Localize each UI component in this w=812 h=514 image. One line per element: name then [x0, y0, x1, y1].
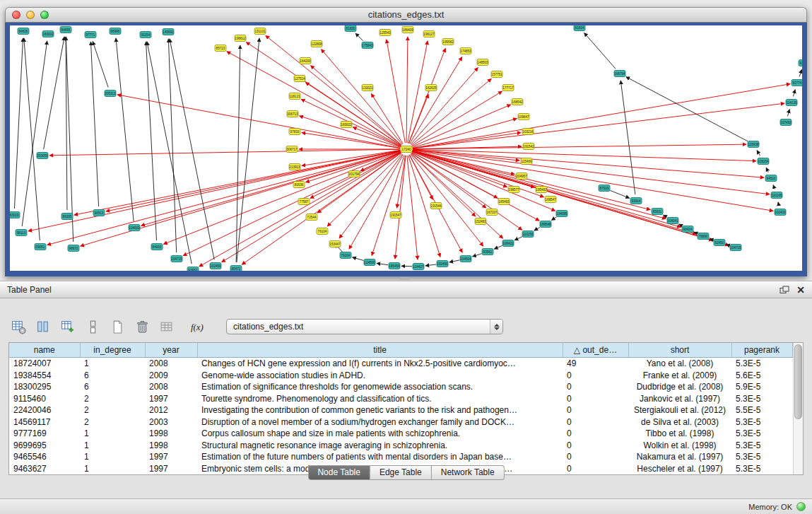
graph-edge[interactable]: [410, 57, 462, 144]
graph-edge[interactable]: [349, 155, 404, 250]
cell-name[interactable]: 9463627: [9, 462, 80, 474]
graph-node[interactable]: 175943: [362, 42, 373, 49]
graph-edge[interactable]: [49, 149, 400, 156]
table-scrollbar-track[interactable]: [793, 343, 804, 474]
graph-edge[interactable]: [551, 217, 556, 221]
cell-name[interactable]: 19384554: [9, 370, 80, 381]
graph-edge[interactable]: [117, 95, 400, 148]
cell-out_de[interactable]: 0: [563, 404, 628, 416]
graph-node[interactable]: 72544: [306, 214, 317, 221]
cell-short[interactable]: Wolkin et al. (1998): [628, 439, 731, 450]
graph-node[interactable]: 104715: [171, 256, 182, 262]
cell-year[interactable]: 1997: [145, 451, 197, 462]
cell-name[interactable]: 18300295: [9, 381, 80, 392]
graph-edge[interactable]: [413, 150, 770, 194]
graph-edge[interactable]: [146, 42, 157, 240]
cell-in_degree[interactable]: 6: [80, 381, 145, 392]
cell-year[interactable]: 2009: [145, 370, 197, 381]
graph-node[interactable]: 17240: [401, 146, 412, 153]
graph-node[interactable]: 169547: [545, 197, 556, 203]
graph-node[interactable]: 81830: [345, 25, 356, 32]
graph-node[interactable]: 83019: [10, 212, 20, 218]
graph-node[interactable]: 174853: [460, 48, 471, 54]
table-row[interactable]: 946554611997Estimation of the future num…: [9, 451, 792, 462]
cell-short[interactable]: Franke et al. (2009): [628, 370, 731, 381]
graph-edge[interactable]: [473, 254, 482, 257]
graph-node[interactable]: 104715: [730, 245, 741, 251]
cell-short[interactable]: Yano et al. (2008): [628, 358, 731, 370]
graph-edge[interactable]: [412, 152, 539, 221]
graph-node[interactable]: 94655: [60, 27, 71, 33]
graph-node[interactable]: 90513: [93, 210, 105, 216]
graph-edge[interactable]: [28, 151, 400, 231]
table-row[interactable]: 1456911722003Disruption of a novel membe…: [9, 416, 792, 427]
graph-node[interactable]: 166794: [614, 71, 625, 77]
graph-node[interactable]: 81814: [574, 25, 585, 31]
cell-short[interactable]: Stergiakouli et al. (2012): [628, 404, 731, 416]
graph-node[interactable]: 96672: [68, 245, 79, 252]
graph-node[interactable]: 93952: [187, 267, 199, 271]
graph-node[interactable]: 118121: [289, 93, 300, 100]
graph-edge[interactable]: [147, 42, 192, 264]
graph-node[interactable]: 76104: [317, 228, 328, 235]
graph-node[interactable]: 103216: [522, 129, 534, 135]
graph-node[interactable]: 157751: [491, 71, 502, 78]
network-canvas[interactable]: 1724012280816420012751411812130671397833…: [10, 25, 802, 271]
graph-edge[interactable]: [411, 153, 503, 238]
graph-edge[interactable]: [773, 185, 775, 189]
graph-edge[interactable]: [679, 224, 683, 226]
graph-node[interactable]: 203059: [37, 153, 48, 159]
graph-node[interactable]: 93561: [482, 249, 493, 255]
cell-in_degree[interactable]: 2: [80, 404, 145, 416]
function-builder-icon[interactable]: f(x): [190, 318, 207, 335]
cell-year[interactable]: 1998: [145, 439, 197, 450]
minimize-window-button[interactable]: [26, 11, 35, 19]
graph-edge[interactable]: [626, 77, 748, 141]
cell-out_de[interactable]: 0: [563, 439, 628, 450]
zoom-window-button[interactable]: [40, 11, 49, 19]
graph-edge[interactable]: [413, 151, 666, 218]
graph-edge[interactable]: [413, 84, 790, 148]
graph-edge[interactable]: [106, 151, 400, 211]
cell-name[interactable]: 22420046: [9, 404, 80, 416]
table-mode-icon[interactable]: [10, 318, 27, 335]
graph-node[interactable]: 186409: [402, 27, 413, 33]
graph-edge[interactable]: [449, 260, 459, 262]
cell-out_de[interactable]: 0: [563, 451, 628, 462]
graph-node[interactable]: 91718: [799, 60, 802, 66]
row-tools-icon[interactable]: [84, 318, 101, 335]
graph-edge[interactable]: [413, 103, 784, 148]
graph-edge[interactable]: [514, 237, 522, 240]
graph-node[interactable]: 213913: [289, 164, 300, 170]
cell-in_degree[interactable]: 1: [80, 439, 145, 450]
graph-node[interactable]: 183022: [341, 122, 352, 128]
cell-out_de[interactable]: 0: [563, 416, 628, 427]
graph-edge[interactable]: [395, 156, 406, 259]
cell-short[interactable]: Tibbo et al. (1998): [628, 428, 731, 439]
graph-node[interactable]: 106422: [502, 240, 514, 247]
graph-node[interactable]: 132021: [362, 85, 373, 91]
cell-name[interactable]: 9115460: [9, 392, 80, 404]
cell-pagerank[interactable]: 5.3E-5: [731, 451, 792, 462]
graph-edge[interactable]: [534, 227, 540, 230]
graph-edge[interactable]: [237, 38, 259, 262]
table-row[interactable]: 1830029562008Estimation of significance …: [9, 381, 792, 392]
graph-node[interactable]: 98113: [16, 230, 27, 236]
graph-edge[interactable]: [339, 154, 403, 238]
graph-node[interactable]: 189548: [540, 221, 551, 228]
graph-edge[interactable]: [311, 66, 402, 145]
graph-node[interactable]: 196127: [423, 31, 435, 37]
graph-node[interactable]: 94636: [18, 28, 29, 35]
graph-node[interactable]: 127514: [294, 76, 305, 82]
cell-out_de[interactable]: 0: [563, 428, 628, 439]
graph-node[interactable]: 109647: [518, 114, 529, 120]
table-row[interactable]: 977716911998Corpus callosum shape and si…: [9, 428, 792, 439]
graph-edge[interactable]: [266, 35, 401, 145]
graph-edge[interactable]: [170, 39, 214, 259]
cell-in_degree[interactable]: 1: [80, 428, 145, 439]
graph-node[interactable]: 107493: [780, 119, 792, 126]
graph-node[interactable]: 96996: [110, 28, 121, 35]
graph-edge[interactable]: [584, 33, 616, 69]
cell-year[interactable]: 1997: [145, 462, 197, 474]
graph-node[interactable]: 205313: [105, 90, 116, 97]
